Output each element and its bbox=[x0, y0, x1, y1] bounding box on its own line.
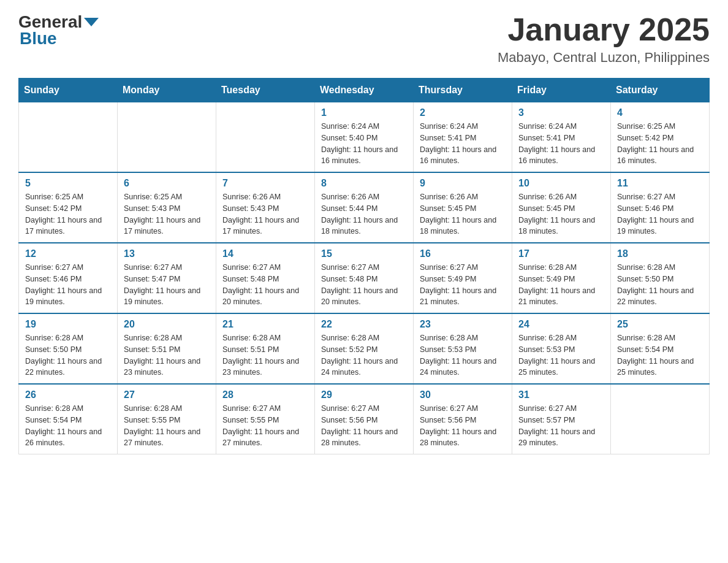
day-number: 22 bbox=[321, 319, 407, 330]
day-info: Sunrise: 6:26 AMSunset: 5:45 PMDaylight:… bbox=[518, 191, 604, 237]
calendar-day-cell: 18Sunrise: 6:28 AMSunset: 5:50 PMDayligh… bbox=[611, 243, 710, 313]
calendar-day-cell: 5Sunrise: 6:25 AMSunset: 5:42 PMDaylight… bbox=[19, 172, 118, 243]
day-info: Sunrise: 6:26 AMSunset: 5:45 PMDaylight:… bbox=[420, 191, 506, 237]
day-of-week-header: Thursday bbox=[414, 79, 512, 102]
day-info: Sunrise: 6:25 AMSunset: 5:43 PMDaylight:… bbox=[124, 191, 210, 237]
day-of-week-header: Wednesday bbox=[315, 79, 414, 102]
day-info: Sunrise: 6:27 AMSunset: 5:56 PMDaylight:… bbox=[321, 403, 407, 449]
calendar-day-cell: 24Sunrise: 6:28 AMSunset: 5:53 PMDayligh… bbox=[512, 313, 611, 384]
day-info: Sunrise: 6:28 AMSunset: 5:54 PMDaylight:… bbox=[25, 403, 111, 449]
day-info: Sunrise: 6:26 AMSunset: 5:44 PMDaylight:… bbox=[321, 191, 407, 237]
day-number: 21 bbox=[222, 319, 308, 330]
page-header: General Blue January 2025 Mabayo, Centra… bbox=[18, 12, 710, 66]
day-info: Sunrise: 6:27 AMSunset: 5:57 PMDaylight:… bbox=[518, 403, 604, 449]
day-number: 19 bbox=[25, 319, 111, 330]
calendar-day-cell: 23Sunrise: 6:28 AMSunset: 5:53 PMDayligh… bbox=[414, 313, 512, 384]
calendar-day-cell: 1Sunrise: 6:24 AMSunset: 5:40 PMDaylight… bbox=[315, 102, 414, 173]
calendar-day-cell: 11Sunrise: 6:27 AMSunset: 5:46 PMDayligh… bbox=[611, 172, 710, 243]
calendar-day-cell: 15Sunrise: 6:27 AMSunset: 5:48 PMDayligh… bbox=[315, 243, 414, 313]
calendar-day-cell: 29Sunrise: 6:27 AMSunset: 5:56 PMDayligh… bbox=[315, 384, 414, 454]
calendar-week-row: 19Sunrise: 6:28 AMSunset: 5:50 PMDayligh… bbox=[19, 313, 710, 384]
day-number: 3 bbox=[518, 107, 604, 118]
day-info: Sunrise: 6:27 AMSunset: 5:48 PMDaylight:… bbox=[321, 262, 407, 308]
logo-blue: Blue bbox=[18, 29, 57, 48]
day-number: 23 bbox=[420, 319, 506, 330]
calendar-day-cell: 20Sunrise: 6:28 AMSunset: 5:51 PMDayligh… bbox=[118, 313, 216, 384]
day-number: 16 bbox=[420, 248, 506, 259]
day-info: Sunrise: 6:28 AMSunset: 5:49 PMDaylight:… bbox=[518, 262, 604, 308]
calendar-day-cell: 4Sunrise: 6:25 AMSunset: 5:42 PMDaylight… bbox=[611, 102, 710, 173]
day-info: Sunrise: 6:28 AMSunset: 5:55 PMDaylight:… bbox=[124, 403, 210, 449]
day-info: Sunrise: 6:24 AMSunset: 5:41 PMDaylight:… bbox=[518, 121, 604, 167]
calendar-day-cell: 19Sunrise: 6:28 AMSunset: 5:50 PMDayligh… bbox=[19, 313, 118, 384]
day-of-week-header: Friday bbox=[512, 79, 611, 102]
calendar-day-cell bbox=[19, 102, 118, 173]
page-title: January 2025 bbox=[498, 12, 710, 47]
calendar-day-cell: 27Sunrise: 6:28 AMSunset: 5:55 PMDayligh… bbox=[118, 384, 216, 454]
day-number: 20 bbox=[124, 319, 210, 330]
day-info: Sunrise: 6:25 AMSunset: 5:42 PMDaylight:… bbox=[25, 191, 111, 237]
calendar-day-cell: 16Sunrise: 6:27 AMSunset: 5:49 PMDayligh… bbox=[414, 243, 512, 313]
calendar-day-cell: 31Sunrise: 6:27 AMSunset: 5:57 PMDayligh… bbox=[512, 384, 611, 454]
day-info: Sunrise: 6:28 AMSunset: 5:52 PMDaylight:… bbox=[321, 332, 407, 378]
calendar-day-cell: 21Sunrise: 6:28 AMSunset: 5:51 PMDayligh… bbox=[216, 313, 315, 384]
day-number: 12 bbox=[25, 248, 111, 259]
day-number: 18 bbox=[617, 248, 703, 259]
title-section: January 2025 Mabayo, Central Luzon, Phil… bbox=[498, 12, 710, 66]
calendar-day-cell: 6Sunrise: 6:25 AMSunset: 5:43 PMDaylight… bbox=[118, 172, 216, 243]
logo-arrow-icon bbox=[84, 18, 99, 26]
day-number: 13 bbox=[124, 248, 210, 259]
day-of-week-header: Saturday bbox=[611, 79, 710, 102]
calendar-day-cell: 3Sunrise: 6:24 AMSunset: 5:41 PMDaylight… bbox=[512, 102, 611, 173]
calendar-day-cell: 13Sunrise: 6:27 AMSunset: 5:47 PMDayligh… bbox=[118, 243, 216, 313]
calendar-day-cell: 26Sunrise: 6:28 AMSunset: 5:54 PMDayligh… bbox=[19, 384, 118, 454]
day-of-week-header: Monday bbox=[118, 79, 216, 102]
calendar-day-cell: 8Sunrise: 6:26 AMSunset: 5:44 PMDaylight… bbox=[315, 172, 414, 243]
day-number: 10 bbox=[518, 178, 604, 189]
day-info: Sunrise: 6:28 AMSunset: 5:51 PMDaylight:… bbox=[222, 332, 308, 378]
day-number: 11 bbox=[617, 178, 703, 189]
logo: General Blue bbox=[18, 12, 99, 48]
day-number: 25 bbox=[617, 319, 703, 330]
day-number: 15 bbox=[321, 248, 407, 259]
calendar-day-cell: 7Sunrise: 6:26 AMSunset: 5:43 PMDaylight… bbox=[216, 172, 315, 243]
calendar-header-row: SundayMondayTuesdayWednesdayThursdayFrid… bbox=[19, 79, 710, 102]
calendar-day-cell: 17Sunrise: 6:28 AMSunset: 5:49 PMDayligh… bbox=[512, 243, 611, 313]
day-number: 30 bbox=[420, 389, 506, 400]
day-number: 27 bbox=[124, 389, 210, 400]
day-info: Sunrise: 6:27 AMSunset: 5:46 PMDaylight:… bbox=[617, 191, 703, 237]
calendar-table: SundayMondayTuesdayWednesdayThursdayFrid… bbox=[18, 78, 710, 454]
day-info: Sunrise: 6:25 AMSunset: 5:42 PMDaylight:… bbox=[617, 121, 703, 167]
day-info: Sunrise: 6:24 AMSunset: 5:40 PMDaylight:… bbox=[321, 121, 407, 167]
day-info: Sunrise: 6:27 AMSunset: 5:47 PMDaylight:… bbox=[124, 262, 210, 308]
day-number: 17 bbox=[518, 248, 604, 259]
day-info: Sunrise: 6:24 AMSunset: 5:41 PMDaylight:… bbox=[420, 121, 506, 167]
day-number: 6 bbox=[124, 178, 210, 189]
calendar-week-row: 5Sunrise: 6:25 AMSunset: 5:42 PMDaylight… bbox=[19, 172, 710, 243]
day-number: 14 bbox=[222, 248, 308, 259]
day-info: Sunrise: 6:28 AMSunset: 5:50 PMDaylight:… bbox=[25, 332, 111, 378]
calendar-week-row: 26Sunrise: 6:28 AMSunset: 5:54 PMDayligh… bbox=[19, 384, 710, 454]
subtitle: Mabayo, Central Luzon, Philippines bbox=[498, 50, 710, 66]
day-number: 4 bbox=[617, 107, 703, 118]
day-of-week-header: Tuesday bbox=[216, 79, 315, 102]
day-number: 28 bbox=[222, 389, 308, 400]
calendar-day-cell: 25Sunrise: 6:28 AMSunset: 5:54 PMDayligh… bbox=[611, 313, 710, 384]
calendar-week-row: 1Sunrise: 6:24 AMSunset: 5:40 PMDaylight… bbox=[19, 102, 710, 173]
day-info: Sunrise: 6:28 AMSunset: 5:50 PMDaylight:… bbox=[617, 262, 703, 308]
day-number: 9 bbox=[420, 178, 506, 189]
calendar-day-cell: 12Sunrise: 6:27 AMSunset: 5:46 PMDayligh… bbox=[19, 243, 118, 313]
day-info: Sunrise: 6:28 AMSunset: 5:53 PMDaylight:… bbox=[420, 332, 506, 378]
day-info: Sunrise: 6:27 AMSunset: 5:55 PMDaylight:… bbox=[222, 403, 308, 449]
day-number: 26 bbox=[25, 389, 111, 400]
day-number: 2 bbox=[420, 107, 506, 118]
day-number: 7 bbox=[222, 178, 308, 189]
day-info: Sunrise: 6:28 AMSunset: 5:54 PMDaylight:… bbox=[617, 332, 703, 378]
calendar-day-cell bbox=[216, 102, 315, 173]
day-info: Sunrise: 6:27 AMSunset: 5:49 PMDaylight:… bbox=[420, 262, 506, 308]
day-number: 29 bbox=[321, 389, 407, 400]
day-info: Sunrise: 6:27 AMSunset: 5:48 PMDaylight:… bbox=[222, 262, 308, 308]
calendar-day-cell: 30Sunrise: 6:27 AMSunset: 5:56 PMDayligh… bbox=[414, 384, 512, 454]
calendar-week-row: 12Sunrise: 6:27 AMSunset: 5:46 PMDayligh… bbox=[19, 243, 710, 313]
day-info: Sunrise: 6:26 AMSunset: 5:43 PMDaylight:… bbox=[222, 191, 308, 237]
